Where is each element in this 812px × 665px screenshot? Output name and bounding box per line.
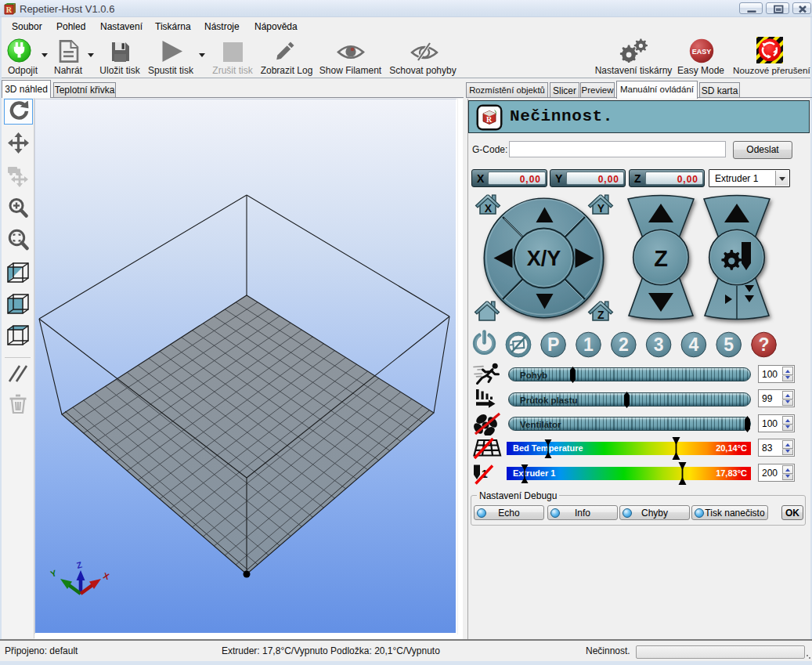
svg-text:P: P [547, 334, 559, 355]
svg-text:3: 3 [654, 334, 664, 355]
svg-text:Y: Y [49, 568, 58, 579]
svg-text:X/Y: X/Y [527, 247, 561, 270]
svg-text:R: R [486, 115, 493, 124]
svg-text:1: 1 [583, 334, 594, 355]
svg-text:X: X [102, 570, 110, 581]
svg-text:5: 5 [724, 334, 734, 355]
svg-text:Y: Y [597, 202, 605, 215]
svg-text:2: 2 [619, 334, 629, 355]
svg-text:?: ? [758, 334, 769, 355]
svg-text:X: X [485, 202, 493, 215]
svg-text:Z: Z [597, 309, 604, 321]
svg-text:4: 4 [689, 334, 699, 355]
svg-text:R: R [6, 5, 13, 14]
svg-text:Z: Z [654, 246, 668, 271]
svg-text:EASY: EASY [692, 48, 712, 56]
svg-text:Z: Z [75, 560, 83, 570]
